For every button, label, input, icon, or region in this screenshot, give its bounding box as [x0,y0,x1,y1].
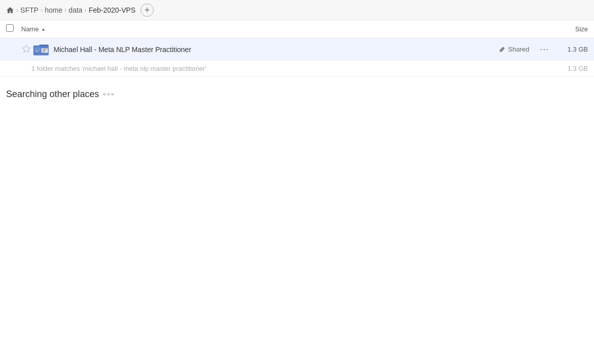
toolbar: › SFTP › home › data › Feb-2020-VPS + [0,0,594,20]
breadcrumb-sep-1: › [16,6,18,14]
name-column-header[interactable]: Name ▲ [21,25,547,33]
loading-dot-1 [103,93,106,96]
breadcrumb-sep-2: › [40,6,42,14]
shared-badge: Shared [498,46,529,53]
match-size: 1.3 GB [568,65,588,72]
breadcrumb-home[interactable]: home [44,6,62,14]
more-button[interactable]: ··· [537,42,552,57]
breadcrumb-current: Feb-2020-VPS [88,6,135,14]
header-checkbox[interactable] [6,24,21,34]
folder-icon [33,41,50,58]
size-column-header: Size [547,25,588,33]
breadcrumb-sep-3: › [65,6,67,14]
add-button[interactable]: + [141,4,154,17]
shared-label: Shared [508,46,529,53]
breadcrumb-data[interactable]: data [69,6,82,14]
link-icon [498,46,506,53]
breadcrumb-sep-4: › [84,6,86,14]
home-icon[interactable] [6,6,14,14]
breadcrumb: › SFTP › home › data › Feb-2020-VPS + [6,4,154,17]
column-headers: Name ▲ Size [0,20,594,38]
file-row[interactable]: Michael Hall - Meta NLP Master Practitio… [0,38,594,61]
breadcrumb-sftp[interactable]: SFTP [20,6,38,14]
select-all-checkbox[interactable] [6,24,14,32]
loading-dot-2 [107,93,110,96]
sort-arrow: ▲ [41,26,46,32]
loading-dots [103,93,114,96]
star-icon[interactable] [21,44,31,55]
match-text: 1 folder matches 'michael hall - meta nl… [31,65,206,72]
match-info: 1 folder matches 'michael hall - meta nl… [0,61,594,77]
file-name: Michael Hall - Meta NLP Master Practitio… [54,46,498,54]
file-size: 1.3 GB [558,46,588,53]
searching-section: Searching other places [0,77,594,106]
name-label: Name [21,25,39,33]
file-list: Michael Hall - Meta NLP Master Practitio… [0,38,594,77]
searching-title: Searching other places [6,89,99,100]
loading-dot-3 [111,93,114,96]
